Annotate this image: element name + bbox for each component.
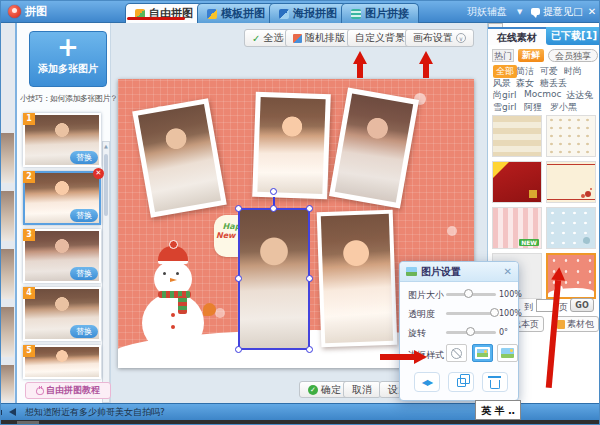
border-plain-option[interactable] (497, 344, 518, 362)
background-tile-floral-dots[interactable] (546, 115, 596, 157)
photo-thumb-5[interactable]: 5 (23, 345, 101, 379)
thumb-number-badge: 1 (23, 113, 35, 125)
add-images-label: 添加多张图片 (30, 62, 106, 76)
collage-photo-1[interactable] (132, 98, 227, 218)
tab-label: 模板拼图 (221, 6, 265, 21)
random-layout-button[interactable]: 随机排版 (285, 29, 353, 47)
scrollbar-thumb[interactable] (104, 154, 108, 216)
collage-photo-5[interactable] (317, 210, 398, 348)
add-images-button[interactable]: + 添加多张图片 (29, 31, 107, 87)
replace-button[interactable]: 替换 (70, 209, 98, 222)
collage-photo-2[interactable] (252, 92, 331, 200)
thumb-photo (25, 347, 99, 377)
snowman-illustration (132, 241, 224, 367)
filter-hot[interactable]: 热门 (492, 49, 514, 62)
scroll-up-icon[interactable]: ▲ (103, 143, 109, 149)
chevron-down-icon: ∨ (456, 33, 466, 43)
category-snow-girl[interactable]: 雪girl (493, 101, 516, 114)
opacity-slider[interactable] (446, 312, 496, 315)
resize-handle-e[interactable] (306, 275, 313, 282)
flip-button[interactable]: ◀▶ (414, 372, 440, 392)
replace-button[interactable]: 替换 (70, 267, 98, 280)
close-button[interactable]: ✕ (585, 1, 599, 23)
canvas-scrollbar[interactable]: ▲ (102, 141, 110, 403)
tab-template-collage[interactable]: 模板拼图 (197, 3, 275, 23)
tab-downloaded[interactable]: 已下载[1] (546, 27, 600, 45)
rotate-handle[interactable] (270, 188, 277, 195)
check-circle-icon: ✓ (308, 385, 318, 395)
replace-button[interactable]: 替换 (70, 151, 98, 164)
size-label: 图片大小 (408, 289, 444, 302)
tab-poster-collage[interactable]: 海报拼图 (269, 3, 347, 23)
resize-handle-sw[interactable] (235, 346, 242, 353)
resize-handle-ne[interactable] (306, 205, 313, 212)
resize-handle-nw[interactable] (235, 205, 242, 212)
collage-photo-3[interactable] (329, 88, 419, 209)
go-button[interactable]: GO (570, 298, 594, 312)
photo-thumb-4[interactable]: 4 替换 (23, 287, 101, 341)
feedback-button[interactable]: 提意见 (531, 1, 573, 23)
delete-button[interactable] (482, 372, 508, 392)
red-underline-annotation (127, 17, 185, 20)
resize-handle-se[interactable] (306, 346, 313, 353)
user-menu[interactable]: 玥妖辅盘 (467, 1, 507, 23)
filter-vip-exclusive[interactable]: 会员独享 (548, 49, 598, 62)
border-framed-option-selected[interactable] (472, 344, 493, 362)
background-tile-cream-floral[interactable] (546, 161, 596, 203)
size-slider-knob[interactable] (464, 289, 473, 298)
status-message[interactable]: 想知道附近有多少帅哥美女自拍吗? (25, 404, 165, 421)
background-tile-stripes[interactable] (492, 115, 542, 157)
copy-icon (457, 378, 466, 387)
tab-label: 海报拼图 (293, 6, 337, 21)
speaker-icon (9, 408, 16, 416)
tab-free-collage[interactable]: 自由拼图 (125, 3, 203, 23)
rotate-value: 0° (499, 328, 508, 337)
cancel-button[interactable]: 取消 (343, 381, 381, 398)
photo-thumb-3[interactable]: 3 替换 (23, 229, 101, 283)
background-tile-pink[interactable]: NEW (492, 207, 542, 249)
background-tile-blue-snow[interactable] (546, 207, 596, 249)
filter-fresh[interactable]: 新鲜 (518, 49, 544, 62)
speech-bubble-icon (531, 8, 540, 15)
thumb-number-badge: 2 (23, 171, 35, 183)
trash-icon (490, 380, 500, 389)
floral-decoration (585, 191, 591, 197)
collage-photo-4-selected[interactable] (238, 208, 310, 350)
canvas-settings-button[interactable]: 画布设置 ∨ (405, 29, 474, 47)
tab-online-materials[interactable]: 在线素材 (488, 27, 546, 45)
border-none-option[interactable] (446, 344, 467, 362)
opacity-slider-knob[interactable] (490, 308, 499, 317)
opacity-label: 透明度 (408, 308, 435, 321)
replace-button[interactable]: 替换 (70, 325, 98, 338)
delete-thumb-icon[interactable]: ✕ (93, 168, 104, 179)
close-panel-icon[interactable]: ✕ (504, 262, 512, 282)
image-icon (406, 267, 417, 276)
tutorial-button[interactable]: 自由拼图教程 (25, 382, 111, 399)
panel-header[interactable]: 图片设置 ✕ (400, 262, 518, 282)
resize-handle-n[interactable] (270, 205, 277, 212)
no-border-icon (451, 348, 462, 359)
photo-thumb-1[interactable]: 1 替换 (23, 113, 101, 167)
tab-photo-stitch[interactable]: 图片拼接 (341, 3, 419, 23)
photo-thumb-2[interactable]: 2 ✕ 替换 (23, 171, 101, 225)
photo-image (257, 97, 325, 194)
background-tile-red-vip[interactable] (492, 161, 542, 203)
app-window: 拼图 自由拼图 模板拼图 海报拼图 图片拼接 玥妖辅盘 ▼ 提意见 □ ✕ (0, 0, 600, 425)
image-settings-panel: 图片设置 ✕ 图片大小 100% 透明度 100% 旋转 0° 边框样式 ◀▶ (399, 261, 519, 401)
resize-handle-w[interactable] (235, 275, 242, 282)
opacity-value: 100% (499, 309, 522, 318)
category-mocmoc[interactable]: Mocmoc (524, 89, 561, 99)
ime-indicator[interactable]: 英 半 ‥ (475, 400, 521, 420)
category-ali[interactable]: 阿狸 (524, 101, 542, 114)
tab-label: 图片拼接 (365, 6, 409, 21)
rotate-slider-knob[interactable] (466, 327, 475, 336)
tip-text[interactable]: 小技巧：如何添加多张图片？ (20, 93, 115, 104)
caret-down-icon[interactable]: ▼ (517, 1, 522, 23)
category-luoxiaohei[interactable]: 罗小黑 (550, 101, 577, 114)
duplicate-button[interactable] (448, 372, 474, 392)
titlebar: 拼图 自由拼图 模板拼图 海报拼图 图片拼接 玥妖辅盘 ▼ 提意见 □ ✕ (1, 1, 600, 23)
maximize-button[interactable]: □ (571, 1, 585, 23)
photo-image (335, 93, 413, 202)
photo-image (138, 104, 221, 212)
thumb-number-badge: 4 (23, 287, 35, 299)
